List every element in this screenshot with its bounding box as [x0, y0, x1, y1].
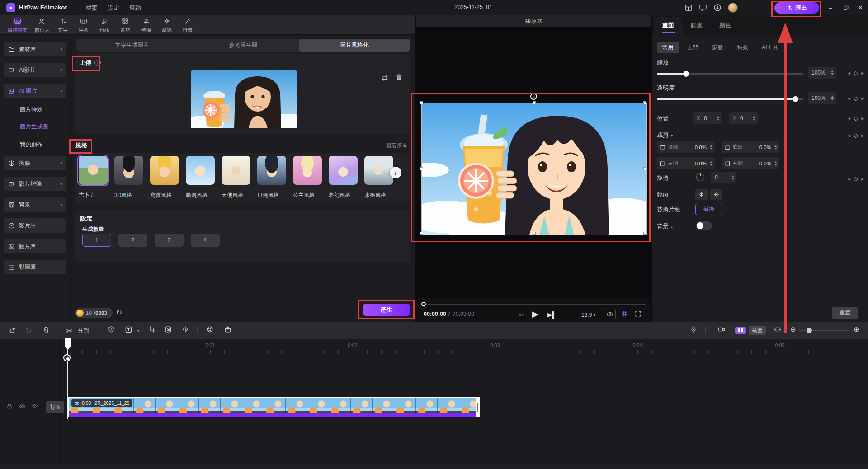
- stepper-icon[interactable]: [774, 145, 777, 150]
- grid-toggle-icon[interactable]: [621, 310, 628, 317]
- style-option-1[interactable]: [114, 156, 143, 185]
- style-option-7[interactable]: [329, 156, 358, 185]
- text-tool-icon[interactable]: [125, 326, 132, 333]
- preview-image[interactable]: [422, 103, 646, 235]
- export-button[interactable]: 匯出: [774, 2, 819, 14]
- aspect-ratio-select[interactable]: 16:9▾: [581, 312, 595, 318]
- selection-handle[interactable]: [643, 101, 646, 104]
- style-option-3[interactable]: [186, 156, 215, 185]
- mirror-tool-icon[interactable]: [182, 326, 189, 333]
- subtab-ai-tools[interactable]: AI工具: [756, 42, 784, 53]
- sidebar-item-7[interactable]: 影片增強▾: [4, 177, 66, 191]
- quantity-option-4[interactable]: 4: [191, 234, 220, 247]
- track-visibility-icon[interactable]: [19, 403, 26, 410]
- crop-keyframe-controls[interactable]: ◀◇▶: [847, 132, 864, 139]
- playhead-head[interactable]: [65, 338, 71, 350]
- close-button[interactable]: ✕: [854, 0, 867, 15]
- track-lock-icon[interactable]: [6, 403, 13, 409]
- stepper-icon[interactable]: [710, 145, 712, 150]
- timeline-scrollbar[interactable]: [0, 464, 868, 469]
- stepper-icon[interactable]: [831, 70, 834, 75]
- split-icon[interactable]: ✂: [66, 326, 72, 336]
- menu-settings[interactable]: 設定: [108, 4, 119, 12]
- background-toggle[interactable]: [696, 221, 712, 230]
- rotate-value-input[interactable]: 0: [711, 172, 736, 183]
- selection-handle[interactable]: [420, 167, 423, 170]
- clip-mode-toggle[interactable]: [735, 327, 746, 334]
- carousel-next-button[interactable]: ›: [390, 167, 401, 178]
- timeline-zoom-knob[interactable]: [807, 328, 812, 333]
- style-option-6[interactable]: [293, 156, 322, 185]
- playhead-handle[interactable]: [63, 354, 71, 361]
- toolbar-item-7[interactable]: 濾鏡: [156, 16, 177, 34]
- toolbar-item-8[interactable]: 特效: [177, 16, 198, 34]
- stepper-icon[interactable]: [831, 96, 834, 100]
- scale-tool-icon[interactable]: [165, 326, 172, 333]
- scale-value-input[interactable]: 100%: [808, 67, 836, 79]
- replace-button[interactable]: 替換: [695, 204, 722, 215]
- view-all-link[interactable]: 查看所有: [386, 142, 408, 150]
- toolbar-item-6[interactable]: 轉場: [136, 16, 156, 34]
- stepper-icon[interactable]: [710, 161, 712, 166]
- toolbar-item-2[interactable]: 文字: [52, 16, 73, 34]
- tab-color[interactable]: 顏色: [719, 21, 731, 29]
- menu-help[interactable]: 幫助: [129, 4, 141, 12]
- delete-image-icon[interactable]: [395, 73, 403, 83]
- crop-icon[interactable]: [148, 326, 156, 333]
- tab-text-to-image[interactable]: 文字生成圖片: [76, 39, 188, 52]
- progress-track[interactable]: [428, 304, 646, 305]
- sidebar-item-8[interactable]: 背景▾: [4, 197, 66, 212]
- subtab-common[interactable]: 常用: [657, 42, 679, 53]
- clip-trim-handle[interactable]: [476, 398, 479, 417]
- selection-handle[interactable]: [533, 101, 536, 104]
- position-y-input[interactable]: Y 0: [729, 112, 758, 124]
- toolbar-item-5[interactable]: 素材: [115, 16, 136, 34]
- rotate-dial[interactable]: [696, 173, 704, 181]
- replace-image-icon[interactable]: ⇄: [382, 73, 388, 83]
- selection-handle[interactable]: [643, 167, 646, 170]
- zoom-in-icon[interactable]: ⊕: [854, 325, 859, 333]
- step-forward-button[interactable]: ▶▌: [547, 311, 556, 318]
- crop-right-input[interactable]: 右側0.0%: [722, 157, 779, 169]
- voiceover-mic-icon[interactable]: [690, 326, 697, 333]
- reset-button[interactable]: 重置: [832, 307, 858, 319]
- stepper-icon[interactable]: [717, 116, 719, 121]
- playhead-line[interactable]: [67, 338, 68, 419]
- generate-button[interactable]: 產生: [363, 304, 410, 316]
- sidebar-item-9[interactable]: 影片庫: [4, 218, 66, 233]
- track-mute-icon[interactable]: [32, 403, 38, 409]
- crop-left-input[interactable]: 左側0.0%: [657, 157, 715, 169]
- flip-vertical-button[interactable]: [710, 189, 722, 200]
- preview-canvas[interactable]: [416, 27, 651, 298]
- toolbar-item-0[interactable]: 媒體檔案: [4, 16, 32, 34]
- selection-handle[interactable]: [420, 101, 423, 104]
- delete-icon[interactable]: [42, 326, 50, 333]
- fullscreen-icon[interactable]: [635, 310, 642, 317]
- quantity-option-1[interactable]: 1: [82, 234, 111, 247]
- sidebar-item-4[interactable]: 圖片生成圖: [4, 120, 66, 133]
- face-tool-icon[interactable]: [206, 326, 213, 333]
- toolbar-item-3[interactable]: 字幕: [73, 16, 94, 34]
- style-option-5[interactable]: [257, 156, 286, 185]
- scale-keyframe-controls[interactable]: ◀◇▶: [847, 70, 864, 76]
- sidebar-item-3[interactable]: 圖片特效: [4, 103, 66, 116]
- rotate-keyframe-controls[interactable]: ◀◇▶: [847, 175, 864, 182]
- selection-handle[interactable]: [533, 232, 536, 235]
- menu-file[interactable]: 檔案: [86, 4, 98, 12]
- layout-grid-icon[interactable]: [684, 4, 693, 12]
- tab-picture[interactable]: 畫面: [662, 21, 674, 29]
- tab-animation[interactable]: 動畫: [691, 21, 703, 29]
- snapshot-button[interactable]: [604, 309, 616, 319]
- refresh-credits-icon[interactable]: ↻: [116, 308, 122, 317]
- subtab-remove-bg[interactable]: 去背: [682, 42, 704, 53]
- crop-bottom-input[interactable]: 底部0.0%: [722, 141, 779, 153]
- sidebar-item-11[interactable]: GIF動圖庫: [4, 260, 66, 274]
- subtab-effects[interactable]: 特效: [731, 42, 754, 53]
- opacity-slider-knob[interactable]: [793, 96, 798, 102]
- zoom-out-icon[interactable]: ⊖: [790, 325, 796, 333]
- sidebar-item-1[interactable]: AI影片▾: [4, 63, 66, 77]
- tab-reference-image[interactable]: 參考圖生圖: [188, 39, 299, 52]
- opacity-keyframe-controls[interactable]: ◀◇▶: [847, 95, 864, 102]
- minimize-button[interactable]: −: [824, 0, 837, 15]
- sidebar-item-10[interactable]: 圖片庫: [4, 239, 66, 253]
